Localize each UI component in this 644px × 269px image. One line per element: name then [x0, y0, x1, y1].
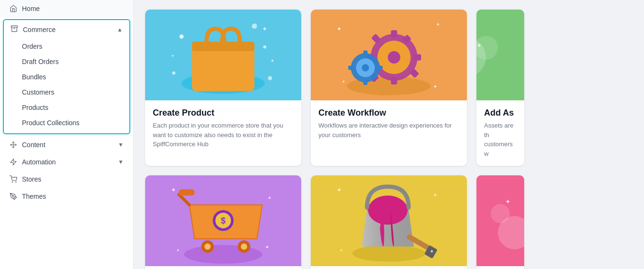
- automation-chevron-icon: ▼: [118, 159, 124, 165]
- commerce-chevron-icon: ▲: [117, 26, 123, 33]
- sidebar-item-home-label: Home: [22, 5, 40, 12]
- card-see-orders-image: $ ✦ ✦ ✦ ✦: [145, 175, 301, 266]
- svg-text:✦: ✦: [342, 80, 346, 85]
- card-create-product-desc: Each product in your ecommerce store tha…: [153, 121, 294, 149]
- sidebar-item-customers[interactable]: Customers: [4, 85, 129, 100]
- automation-icon: [10, 158, 17, 166]
- main-content: ✦ ✦ ✦ ✦ Create Product Each product in y…: [134, 0, 644, 269]
- svg-text:✦: ✦: [270, 58, 274, 64]
- sidebar-item-automation-label: Automation: [22, 158, 56, 166]
- sidebar-item-bundles[interactable]: Bundles: [4, 69, 129, 85]
- card-manage[interactable]: ✦ ✦ Manage: [476, 175, 524, 269]
- svg-point-77: [491, 204, 510, 223]
- sidebar: Home Commerce ▲ Orders Draft Orders Bun: [0, 0, 134, 269]
- svg-marker-6: [11, 159, 16, 165]
- card-add-assets-image: ✦ ✦ ✦: [476, 10, 524, 100]
- sidebar-item-orders[interactable]: Orders: [4, 39, 129, 54]
- card-sales-pitch-image: ✦ ✦ ✦ ✦: [311, 175, 467, 266]
- card-create-workflow[interactable]: ✦ ✦ ✦ ✦ Create Workflow Workflows are in…: [311, 10, 467, 166]
- card-create-product[interactable]: ✦ ✦ ✦ ✦ Create Product Each product in y…: [145, 10, 301, 166]
- svg-point-16: [172, 72, 176, 75]
- svg-text:✦: ✦: [337, 26, 342, 33]
- svg-point-17: [268, 76, 272, 81]
- svg-point-15: [252, 24, 257, 29]
- svg-text:✦: ✦: [171, 54, 175, 58]
- svg-text:✦: ✦: [337, 186, 342, 194]
- svg-text:✦: ✦: [430, 249, 434, 255]
- sidebar-item-product-collections[interactable]: Product Collections: [4, 115, 129, 130]
- svg-text:✦: ✦: [433, 193, 437, 198]
- svg-point-36: [362, 65, 369, 72]
- card-create-workflow-image: ✦ ✦ ✦ ✦: [311, 10, 467, 100]
- svg-text:✦: ✦: [171, 186, 177, 194]
- svg-text:✦: ✦: [262, 26, 267, 33]
- svg-text:✦: ✦: [176, 248, 180, 253]
- sidebar-item-products[interactable]: Products: [4, 100, 129, 115]
- sidebar-item-draft-orders[interactable]: Draft Orders: [4, 54, 129, 69]
- sidebar-item-themes[interactable]: Themes: [0, 188, 133, 205]
- card-create-workflow-title: Create Workflow: [318, 108, 459, 118]
- svg-point-7: [12, 182, 12, 182]
- svg-point-14: [263, 45, 266, 49]
- svg-rect-37: [363, 51, 368, 56]
- sidebar-item-themes-label: Themes: [22, 193, 46, 200]
- card-add-assets[interactable]: ✦ ✦ ✦ Add As Assets are th customers w: [476, 10, 524, 166]
- svg-rect-27: [391, 77, 397, 85]
- sidebar-item-content-label: Content: [22, 141, 45, 149]
- svg-rect-40: [348, 66, 353, 70]
- svg-text:✦: ✦: [433, 84, 437, 90]
- svg-point-3: [13, 146, 14, 148]
- sidebar-item-commerce-label: Commerce: [23, 26, 55, 33]
- card-sales-pitch[interactable]: ✦ ✦ ✦ ✦ Sales Pitch Generator: [311, 175, 467, 269]
- svg-rect-39: [378, 66, 383, 70]
- card-add-assets-title: Add As: [484, 108, 517, 118]
- card-manage-image: ✦ ✦: [476, 175, 524, 266]
- sidebar-item-stores[interactable]: Stores: [0, 171, 133, 188]
- sidebar-item-content[interactable]: Content ▼: [0, 136, 133, 153]
- svg-text:✦: ✦: [436, 22, 440, 27]
- svg-point-5: [15, 144, 16, 146]
- svg-text:✦: ✦: [265, 245, 269, 250]
- stores-icon: [10, 175, 17, 183]
- svg-point-8: [16, 182, 16, 182]
- svg-point-54: [204, 244, 211, 250]
- card-add-assets-desc: Assets are th customers w: [484, 121, 517, 158]
- card-create-product-title: Create Product: [153, 108, 294, 118]
- svg-point-9: [12, 195, 14, 197]
- sidebar-item-automation[interactable]: Automation ▼: [0, 153, 133, 171]
- sidebar-item-commerce-wrapper: Commerce ▲ Orders Draft Orders Bundles C…: [3, 19, 130, 134]
- svg-point-51: [184, 245, 262, 264]
- commerce-icon: [11, 25, 18, 34]
- svg-point-1: [13, 144, 14, 146]
- content-chevron-icon: ▼: [118, 141, 124, 148]
- svg-point-56: [241, 244, 247, 250]
- svg-point-4: [11, 144, 12, 146]
- content-icon: [10, 141, 17, 149]
- svg-rect-38: [363, 80, 368, 85]
- svg-point-66: [368, 196, 408, 225]
- svg-text:✦: ✦: [339, 248, 343, 253]
- sidebar-item-home[interactable]: Home: [0, 0, 133, 17]
- svg-text:$: $: [221, 216, 226, 226]
- svg-rect-0: [11, 26, 17, 27]
- card-create-product-body: Create Product Each product in your ecom…: [145, 100, 301, 157]
- svg-point-25: [388, 51, 400, 64]
- sidebar-item-commerce[interactable]: Commerce ▲: [4, 20, 129, 39]
- svg-rect-28: [414, 54, 421, 61]
- card-create-product-image: ✦ ✦ ✦ ✦: [145, 10, 301, 100]
- card-see-orders-body: See Orders: [145, 266, 301, 269]
- card-see-orders[interactable]: $ ✦ ✦ ✦ ✦ See Orders: [145, 175, 301, 269]
- commerce-subitems: Orders Draft Orders Bundles Customers Pr…: [4, 39, 129, 133]
- svg-point-2: [13, 142, 14, 143]
- cards-grid: ✦ ✦ ✦ ✦ Create Product Each product in y…: [145, 10, 633, 269]
- svg-text:✦: ✦: [505, 198, 511, 205]
- themes-icon: [10, 193, 17, 200]
- svg-rect-26: [391, 31, 397, 38]
- svg-text:✦: ✦: [267, 195, 272, 201]
- card-create-workflow-body: Create Workflow Workflows are interactiv…: [311, 100, 467, 147]
- card-sales-pitch-body: Sales Pitch Generator: [311, 266, 467, 269]
- home-icon: [10, 5, 17, 12]
- svg-text:✦: ✦: [179, 34, 183, 40]
- card-manage-body: Manage: [476, 266, 524, 269]
- sidebar-item-stores-label: Stores: [22, 175, 41, 183]
